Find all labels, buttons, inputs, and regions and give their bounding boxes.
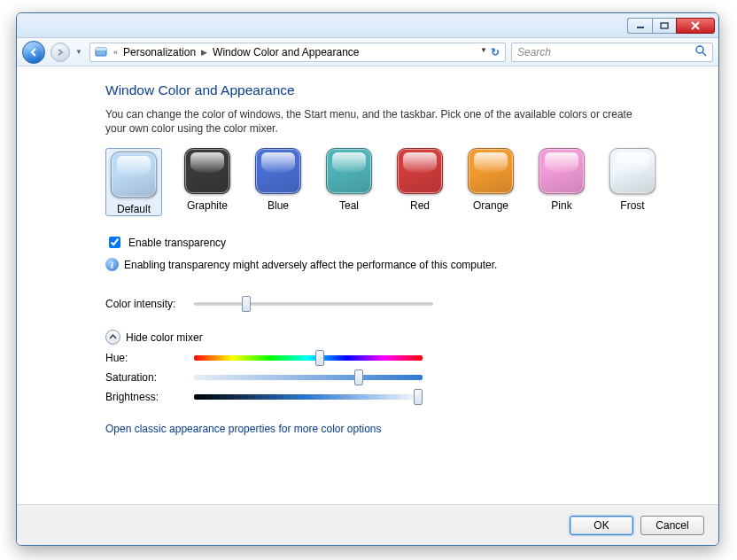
swatch-label: Frost (620, 199, 644, 212)
swatch-label: Orange (473, 199, 508, 212)
saturation-slider[interactable] (194, 371, 423, 384)
breadcrumb-parent[interactable]: Personalization (123, 46, 196, 58)
saturation-row: Saturation: (105, 371, 701, 384)
swatch-color (539, 148, 585, 194)
swatch-color (397, 148, 443, 194)
transparency-row: Enable transparency (105, 234, 701, 251)
color-swatch-teal[interactable]: Teal (323, 148, 375, 216)
minimize-button[interactable] (627, 18, 652, 34)
swatch-label: Graphite (187, 199, 228, 212)
enable-transparency-checkbox[interactable] (109, 237, 120, 248)
back-button[interactable] (22, 41, 45, 64)
ok-button[interactable]: OK (570, 516, 633, 535)
titlebar (17, 13, 718, 38)
content-area: Window Color and Appearance You can chan… (17, 66, 718, 504)
history-dropdown-icon[interactable]: ▼ (75, 48, 84, 56)
info-icon: i (105, 258, 119, 271)
brightness-slider[interactable] (194, 391, 423, 403)
swatch-color (111, 152, 157, 198)
swatch-label: Pink (551, 199, 571, 212)
maximize-button[interactable] (652, 18, 677, 34)
chevron-right-icon: ▶ (198, 48, 211, 57)
color-swatch-list: DefaultGraphiteBlueTealRedOrangePinkFros… (105, 148, 701, 216)
enable-transparency-label: Enable transparency (128, 237, 226, 249)
color-swatch-orange[interactable]: Orange (465, 148, 516, 216)
swatch-label: Red (410, 199, 430, 212)
breadcrumb-current[interactable]: Window Color and Appearance (213, 46, 359, 58)
cancel-button[interactable]: Cancel (640, 516, 704, 535)
svg-rect-3 (96, 48, 106, 51)
color-mixer-toggle-label: Hide color mixer (126, 331, 203, 344)
color-swatch-graphite[interactable]: Graphite (182, 148, 233, 216)
search-placeholder: Search (517, 46, 551, 58)
saturation-label: Saturation: (105, 371, 194, 384)
classic-appearance-link[interactable]: Open classic appearance properties for m… (105, 423, 701, 435)
refresh-icon[interactable]: ↻ (491, 46, 500, 58)
brightness-row: Brightness: (105, 391, 701, 403)
control-panel-window: ▼ « Personalization ▶ Window Color and A… (16, 12, 719, 546)
swatch-label: Default (117, 203, 151, 215)
svg-rect-0 (637, 27, 644, 28)
page-title: Window Color and Appearance (105, 82, 701, 98)
swatch-color (184, 148, 230, 194)
chevron-left-icon: « (110, 48, 121, 57)
swatch-color (468, 148, 514, 194)
transparency-warning: Enabling transparency might adversely af… (124, 259, 497, 271)
swatch-color (255, 148, 301, 194)
swatch-label: Blue (268, 199, 289, 212)
color-mixer-toggle[interactable]: Hide color mixer (105, 330, 701, 345)
color-swatch-frost[interactable]: Frost (607, 148, 658, 216)
color-swatch-blue[interactable]: Blue (252, 148, 304, 216)
search-icon[interactable] (694, 44, 707, 59)
color-intensity-slider[interactable] (194, 298, 433, 310)
swatch-color (609, 148, 656, 194)
color-intensity-label: Color intensity: (105, 298, 194, 310)
collapse-icon (105, 330, 120, 345)
navigation-bar: ▼ « Personalization ▶ Window Color and A… (17, 38, 718, 66)
hue-row: Hue: (105, 352, 701, 364)
forward-button[interactable] (50, 43, 70, 62)
dialog-footer: OK Cancel (17, 504, 718, 545)
color-swatch-default[interactable]: Default (105, 148, 162, 216)
close-button[interactable] (676, 18, 715, 34)
page-description: You can change the color of windows, the… (105, 107, 655, 136)
svg-line-5 (702, 52, 706, 56)
brightness-label: Brightness: (105, 391, 194, 403)
swatch-label: Teal (339, 199, 359, 212)
color-swatch-red[interactable]: Red (394, 148, 446, 216)
transparency-warning-row: i Enabling transparency might adversely … (105, 258, 701, 271)
svg-rect-1 (661, 23, 668, 28)
svg-point-4 (696, 46, 703, 53)
location-icon (94, 45, 108, 59)
swatch-color (326, 148, 372, 194)
color-intensity-row: Color intensity: (105, 298, 701, 310)
search-input[interactable]: Search (511, 43, 713, 62)
color-swatch-pink[interactable]: Pink (536, 148, 587, 216)
hue-slider[interactable] (194, 352, 423, 364)
dropdown-icon[interactable]: ▼ (480, 46, 487, 58)
hue-label: Hue: (105, 352, 194, 364)
breadcrumb[interactable]: « Personalization ▶ Window Color and App… (89, 43, 506, 62)
